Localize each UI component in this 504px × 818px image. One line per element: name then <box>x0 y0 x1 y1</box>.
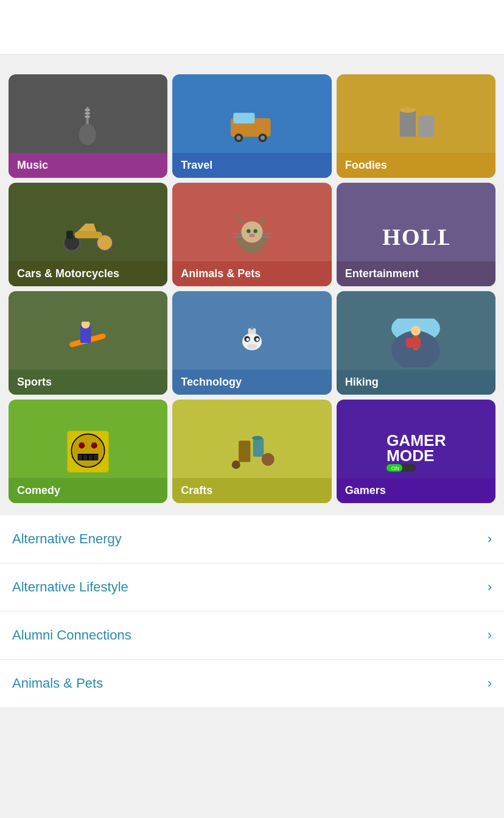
chevron-icon-alumni: › <box>488 627 492 643</box>
topics-grid: Music Travel Foodies Cars & Motorcycles <box>9 74 495 503</box>
hollywood-icon: HOLLYWOOD <box>382 218 449 252</box>
topic-label-foodies: Foodies <box>337 153 495 178</box>
topic-label-animals: Animals & Pets <box>172 261 331 286</box>
svg-rect-2 <box>85 109 89 111</box>
list-item-animals-pets[interactable]: Animals & Pets› <box>0 660 504 707</box>
header <box>0 0 504 55</box>
topic-card-music[interactable]: Music <box>9 74 167 178</box>
svg-point-39 <box>247 344 257 349</box>
chevron-icon-animals-pets: › <box>488 675 492 691</box>
topic-label-sports: Sports <box>9 370 167 395</box>
svg-point-59 <box>262 453 275 466</box>
svg-point-48 <box>71 434 104 467</box>
topic-label-hiking: Hiking <box>337 370 495 395</box>
svg-point-23 <box>247 229 250 233</box>
topic-card-foodies[interactable]: Foodies <box>337 74 495 178</box>
list-item-label-alumni: Alumni Connections <box>12 627 131 643</box>
svg-rect-18 <box>66 231 73 239</box>
svg-text:HOLLYWOOD: HOLLYWOOD <box>382 224 449 250</box>
featured-section: Music Travel Foodies Cars & Motorcycles <box>0 55 504 509</box>
svg-text:MODE: MODE <box>387 446 435 465</box>
svg-point-9 <box>237 136 241 140</box>
svg-rect-4 <box>85 116 89 118</box>
topic-card-animals[interactable]: Animals & Pets <box>172 183 331 286</box>
hiker-icon <box>391 319 440 367</box>
topic-label-comedy: Comedy <box>9 478 167 503</box>
list-item-label-alt-energy: Alternative Energy <box>12 531 122 547</box>
svg-point-37 <box>246 338 249 341</box>
topic-card-gamers[interactable]: GAMER MODE ON Gamers <box>337 400 495 503</box>
svg-rect-11 <box>400 110 416 137</box>
chevron-icon-alt-energy: › <box>488 531 492 547</box>
list-item-label-animals-pets: Animals & Pets <box>12 675 103 691</box>
motorcycle-icon <box>61 213 116 256</box>
crafts-icon <box>225 430 279 473</box>
svg-rect-46 <box>406 338 421 348</box>
svg-rect-16 <box>74 232 102 239</box>
comedy-icon <box>62 426 114 478</box>
svg-point-60 <box>232 460 240 469</box>
robot-icon <box>228 319 276 367</box>
topic-label-travel: Travel <box>172 153 331 178</box>
list-item-label-alt-lifestyle: Alternative Lifestyle <box>12 579 128 595</box>
topic-card-sports[interactable]: Sports <box>9 291 167 395</box>
food-icon <box>388 105 443 147</box>
cat-icon <box>228 210 276 259</box>
svg-point-38 <box>256 338 259 341</box>
list-item-alumni[interactable]: Alumni Connections› <box>0 612 504 660</box>
topic-card-crafts[interactable]: Crafts <box>172 400 331 503</box>
topic-card-travel[interactable]: Travel <box>172 74 331 178</box>
list-item-alt-energy[interactable]: Alternative Energy› <box>0 515 504 563</box>
svg-point-55 <box>91 442 97 448</box>
svg-point-10 <box>261 136 265 140</box>
svg-text:ON: ON <box>391 465 399 471</box>
svg-point-58 <box>252 436 263 440</box>
list-section: Alternative Energy›Alternative Lifestyle… <box>0 515 504 707</box>
topic-label-technology: Technology <box>172 370 331 395</box>
topic-label-music: Music <box>9 153 167 178</box>
svg-rect-56 <box>239 441 250 462</box>
svg-point-20 <box>241 221 262 242</box>
svg-rect-6 <box>233 113 254 124</box>
svg-point-44 <box>411 326 421 336</box>
topic-label-crafts: Crafts <box>172 478 331 503</box>
chevron-icon-alt-lifestyle: › <box>488 579 492 595</box>
svg-rect-3 <box>85 113 89 115</box>
topic-card-cars[interactable]: Cars & Motorcycles <box>9 183 167 286</box>
svg-point-25 <box>249 233 255 237</box>
svg-point-1 <box>79 124 96 146</box>
list-item-alt-lifestyle[interactable]: Alternative Lifestyle› <box>0 563 504 612</box>
svg-rect-57 <box>253 438 264 457</box>
topic-card-hiking[interactable]: Hiking <box>337 291 495 395</box>
svg-point-41 <box>251 327 254 330</box>
topic-label-cars: Cars & Motorcycles <box>9 261 167 286</box>
topic-card-comedy[interactable]: Comedy <box>9 400 167 503</box>
svg-marker-17 <box>77 224 97 232</box>
svg-marker-21 <box>237 215 245 224</box>
van-icon <box>225 105 279 147</box>
svg-rect-12 <box>419 116 435 137</box>
svg-marker-22 <box>259 215 267 224</box>
topic-card-entertainment[interactable]: HOLLYWOOD Entertainment <box>337 183 495 286</box>
topic-label-gamers: Gamers <box>337 478 495 503</box>
guitar-icon <box>67 105 110 147</box>
svg-point-54 <box>79 442 85 448</box>
gamer-icon: GAMER MODE ON <box>382 430 449 473</box>
snowboard-icon <box>61 322 116 364</box>
topic-label-entertainment: Entertainment <box>337 261 495 286</box>
svg-point-13 <box>400 107 416 113</box>
svg-point-24 <box>253 229 257 233</box>
topic-card-technology[interactable]: Technology <box>172 291 331 395</box>
